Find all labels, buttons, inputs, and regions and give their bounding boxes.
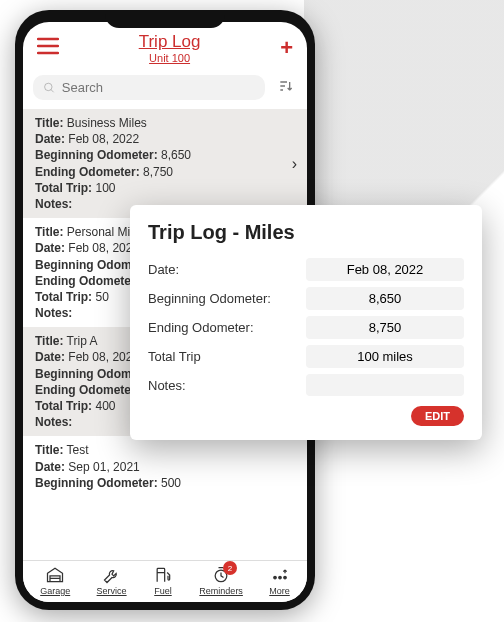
search-icon — [43, 81, 56, 95]
svg-point-5 — [283, 576, 286, 579]
menu-icon[interactable] — [37, 35, 59, 61]
app-header: Trip Log Unit 100 + — [23, 22, 307, 68]
tab-bar: Garage Service Fuel 2 Reminders More — [23, 560, 307, 602]
svg-point-3 — [273, 576, 276, 579]
card-value-total: 100 miles — [306, 345, 464, 368]
tab-garage[interactable]: Garage — [40, 565, 70, 596]
title-sub: Unit 100 — [139, 52, 201, 64]
title-main: Trip Log — [139, 32, 201, 52]
tab-more[interactable]: More — [269, 565, 290, 596]
page-title[interactable]: Trip Log Unit 100 — [139, 32, 201, 64]
chevron-right-icon: › — [292, 155, 297, 173]
add-button[interactable]: + — [280, 35, 293, 61]
search-row — [23, 68, 307, 109]
garage-icon — [45, 565, 65, 585]
card-value-end: 8,750 — [306, 316, 464, 339]
svg-point-0 — [45, 83, 52, 90]
card-row-total: Total Trip 100 miles — [148, 345, 464, 368]
svg-line-1 — [51, 89, 54, 92]
search-box[interactable] — [33, 75, 265, 100]
card-row-end: Ending Odometer: 8,750 — [148, 316, 464, 339]
card-row-date: Date: Feb 08, 2022 — [148, 258, 464, 281]
sort-icon[interactable] — [273, 74, 297, 101]
fuel-icon — [153, 565, 173, 585]
tab-service[interactable]: Service — [97, 565, 127, 596]
edit-button[interactable]: EDIT — [411, 406, 464, 426]
phone-notch — [105, 10, 225, 28]
reminders-badge: 2 — [223, 561, 237, 575]
card-row-begin: Beginning Odometer: 8,650 — [148, 287, 464, 310]
card-value-date: Feb 08, 2022 — [306, 258, 464, 281]
list-item[interactable]: Title: Test Date: Sep 01, 2021 Beginning… — [23, 436, 307, 497]
card-title: Trip Log - Miles — [148, 221, 464, 244]
svg-point-4 — [278, 576, 281, 579]
more-icon — [270, 565, 290, 585]
wrench-icon — [102, 565, 122, 585]
card-value-notes — [306, 374, 464, 396]
tab-reminders[interactable]: 2 Reminders — [199, 565, 243, 596]
card-value-begin: 8,650 — [306, 287, 464, 310]
list-item[interactable]: Title: Business Miles Date: Feb 08, 2022… — [23, 109, 307, 218]
search-input[interactable] — [62, 80, 255, 95]
detail-card: Trip Log - Miles Date: Feb 08, 2022 Begi… — [130, 205, 482, 440]
card-row-notes: Notes: — [148, 374, 464, 396]
tab-fuel[interactable]: Fuel — [153, 565, 173, 596]
